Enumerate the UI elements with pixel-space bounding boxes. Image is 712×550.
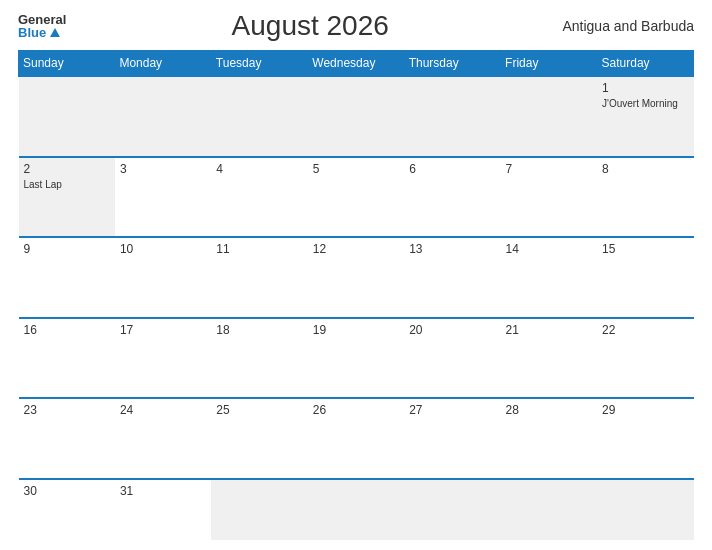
- day-number: 31: [120, 484, 206, 498]
- calendar-cell: 16: [19, 318, 115, 399]
- day-number: 22: [602, 323, 688, 337]
- calendar-cell: 24: [115, 398, 211, 479]
- logo-blue-text: Blue: [18, 26, 66, 39]
- calendar-cell: 11: [211, 237, 307, 318]
- country-name: Antigua and Barbuda: [554, 18, 694, 34]
- day-number: 23: [24, 403, 110, 417]
- day-number: 29: [602, 403, 688, 417]
- calendar-cell: 13: [404, 237, 500, 318]
- day-number: 14: [506, 242, 592, 256]
- day-number: 13: [409, 242, 495, 256]
- day-number: 26: [313, 403, 399, 417]
- day-number: 10: [120, 242, 206, 256]
- day-number: 8: [602, 162, 688, 176]
- day-number: 30: [24, 484, 110, 498]
- calendar-cell: 30: [19, 479, 115, 541]
- calendar-cell: 25: [211, 398, 307, 479]
- col-friday: Friday: [501, 51, 597, 77]
- day-number: 27: [409, 403, 495, 417]
- day-number: 24: [120, 403, 206, 417]
- calendar-cell: 12: [308, 237, 404, 318]
- calendar-cell: 3: [115, 157, 211, 238]
- calendar-cell: [115, 76, 211, 157]
- day-number: 25: [216, 403, 302, 417]
- calendar-cell: [501, 76, 597, 157]
- calendar-cell: 27: [404, 398, 500, 479]
- calendar-cell: 6: [404, 157, 500, 238]
- day-number: 6: [409, 162, 495, 176]
- calendar-cell: [308, 479, 404, 541]
- day-number: 3: [120, 162, 206, 176]
- col-saturday: Saturday: [597, 51, 693, 77]
- day-number: 16: [24, 323, 110, 337]
- calendar-cell: [501, 479, 597, 541]
- calendar-cell: 15: [597, 237, 693, 318]
- calendar-cell: 10: [115, 237, 211, 318]
- calendar-cell: 21: [501, 318, 597, 399]
- calendar-cell: 1J'Ouvert Morning: [597, 76, 693, 157]
- calendar-table: Sunday Monday Tuesday Wednesday Thursday…: [18, 50, 694, 540]
- calendar-event: Last Lap: [24, 179, 62, 190]
- calendar-cell: [211, 76, 307, 157]
- calendar-cell: [211, 479, 307, 541]
- day-number: 7: [506, 162, 592, 176]
- calendar-cell: [19, 76, 115, 157]
- day-number: 1: [602, 81, 688, 95]
- calendar-cell: [597, 479, 693, 541]
- calendar-cell: 9: [19, 237, 115, 318]
- calendar-header-row: Sunday Monday Tuesday Wednesday Thursday…: [19, 51, 694, 77]
- calendar-cell: 2Last Lap: [19, 157, 115, 238]
- calendar-cell: 28: [501, 398, 597, 479]
- calendar-cell: 18: [211, 318, 307, 399]
- calendar-cell: 14: [501, 237, 597, 318]
- calendar-title: August 2026: [66, 10, 554, 42]
- calendar-cell: 29: [597, 398, 693, 479]
- col-tuesday: Tuesday: [211, 51, 307, 77]
- calendar-cell: 8: [597, 157, 693, 238]
- calendar-cell: 5: [308, 157, 404, 238]
- calendar-cell: [404, 76, 500, 157]
- col-thursday: Thursday: [404, 51, 500, 77]
- day-number: 12: [313, 242, 399, 256]
- calendar-cell: 17: [115, 318, 211, 399]
- calendar-cell: 7: [501, 157, 597, 238]
- day-number: 17: [120, 323, 206, 337]
- calendar-cell: 26: [308, 398, 404, 479]
- day-number: 19: [313, 323, 399, 337]
- day-number: 20: [409, 323, 495, 337]
- day-number: 5: [313, 162, 399, 176]
- logo-triangle-icon: [50, 28, 60, 37]
- calendar-page: General Blue August 2026 Antigua and Bar…: [0, 0, 712, 550]
- calendar-cell: 22: [597, 318, 693, 399]
- calendar-cell: [404, 479, 500, 541]
- calendar-cell: 23: [19, 398, 115, 479]
- calendar-cell: 19: [308, 318, 404, 399]
- day-number: 28: [506, 403, 592, 417]
- col-sunday: Sunday: [19, 51, 115, 77]
- logo: General Blue: [18, 13, 66, 39]
- day-number: 21: [506, 323, 592, 337]
- day-number: 4: [216, 162, 302, 176]
- day-number: 2: [24, 162, 110, 176]
- calendar-cell: [308, 76, 404, 157]
- day-number: 18: [216, 323, 302, 337]
- day-number: 15: [602, 242, 688, 256]
- day-number: 9: [24, 242, 110, 256]
- calendar-cell: 4: [211, 157, 307, 238]
- calendar-body: 1J'Ouvert Morning2Last Lap34567891011121…: [19, 76, 694, 540]
- calendar-cell: 31: [115, 479, 211, 541]
- col-wednesday: Wednesday: [308, 51, 404, 77]
- calendar-event: J'Ouvert Morning: [602, 98, 678, 109]
- calendar-header: General Blue August 2026 Antigua and Bar…: [18, 10, 694, 42]
- calendar-cell: 20: [404, 318, 500, 399]
- day-number: 11: [216, 242, 302, 256]
- col-monday: Monday: [115, 51, 211, 77]
